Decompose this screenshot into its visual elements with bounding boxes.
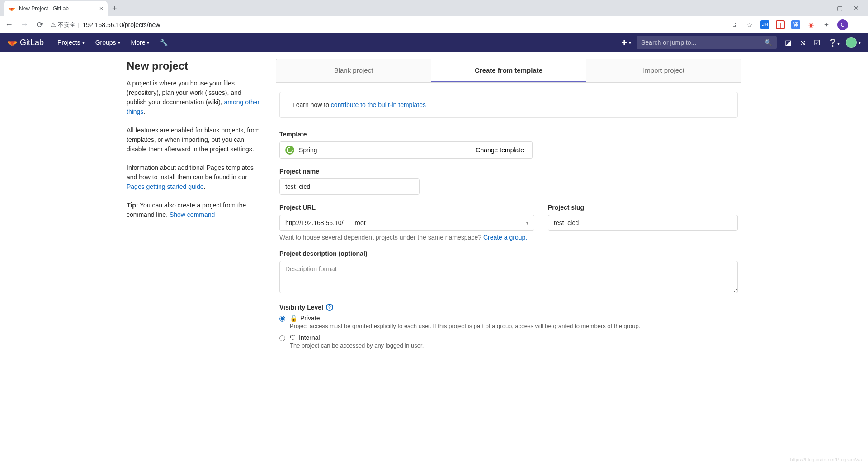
show-command-link[interactable]: Show command — [170, 211, 215, 218]
project-url-field: Project URL http://192.168.56.10/ root ▾ — [279, 204, 534, 231]
reload-button[interactable]: ⟳ — [35, 20, 44, 30]
description-label: Project description (optional) — [279, 250, 738, 257]
record-icon[interactable]: ◉ — [807, 20, 816, 29]
lock-icon: 🔒 — [290, 315, 297, 322]
back-button[interactable]: ← — [5, 20, 14, 29]
namespace-hint: Want to house several dependent projects… — [279, 234, 738, 241]
project-name-label: Project name — [279, 168, 738, 175]
main-panel: Blank project Create from template Impor… — [276, 59, 741, 358]
puzzle-icon[interactable]: ✦ — [822, 20, 831, 29]
nav-more[interactable]: More▾ — [126, 39, 155, 46]
menu-icon[interactable]: ⋮ — [854, 20, 863, 29]
warning-icon: ⚠ — [51, 21, 56, 28]
url-prefix: http://192.168.56.10/ — [279, 215, 349, 231]
translate-icon[interactable]: 🄶 — [730, 20, 739, 29]
nav-projects[interactable]: Projects▾ — [52, 39, 90, 46]
internal-radio[interactable] — [279, 335, 285, 341]
shield-extension-icon[interactable]: ◫ — [776, 20, 785, 29]
sidebar-tip: Tip: You can also create a project from … — [127, 201, 262, 220]
chevron-down-icon: ▾ — [118, 40, 120, 45]
project-url-label: Project URL — [279, 204, 534, 211]
tab-import-project[interactable]: Import project — [586, 59, 741, 82]
template-display: Spring — [279, 141, 467, 159]
window-controls: — ▢ ✕ — [820, 5, 868, 12]
project-slug-input[interactable] — [548, 215, 738, 231]
change-template-button[interactable]: Change template — [467, 141, 533, 159]
nav-admin[interactable]: 🔧 — [155, 39, 173, 46]
url-text: 192.168.56.10/projects/new — [82, 21, 160, 28]
close-icon[interactable]: × — [99, 5, 103, 12]
search-box[interactable]: 🔍 — [637, 36, 777, 49]
issues-icon[interactable]: ◪ — [785, 38, 792, 47]
page-content: New project A project is where you house… — [122, 52, 746, 365]
pages-guide-link[interactable]: Pages getting started guide — [127, 183, 203, 190]
search-input[interactable] — [641, 39, 764, 46]
description-field: Project description (optional) — [279, 250, 738, 295]
tab-blank-project[interactable]: Blank project — [276, 59, 431, 82]
chevron-down-icon: ▾ — [147, 40, 149, 45]
search-icon: 🔍 — [764, 39, 772, 46]
visibility-label: Visibility Level ? — [279, 304, 738, 311]
visibility-internal[interactable]: 🛡Internal The project can be accessed by… — [279, 334, 738, 349]
sidebar: New project A project is where you house… — [127, 59, 262, 358]
merge-requests-icon[interactable]: ⤨ — [800, 38, 806, 47]
contribute-templates-link[interactable]: contribute to the built-in templates — [331, 101, 426, 108]
info-box: Learn how to contribute to the built-in … — [279, 92, 738, 118]
todos-icon[interactable]: ☑ — [814, 38, 820, 47]
project-slug-label: Project slug — [548, 204, 738, 211]
project-slug-field: Project slug — [548, 204, 738, 231]
close-window-button[interactable]: ✕ — [854, 5, 859, 12]
nav-plus[interactable]: ✚▾ — [616, 39, 637, 46]
page-title: New project — [127, 60, 262, 72]
chevron-down-icon: ▾ — [82, 40, 85, 45]
gitlab-navbar: GitLab Projects▾ Groups▾ More▾ 🔧 ✚▾ 🔍 ◪ … — [0, 33, 868, 52]
form-area: Learn how to contribute to the built-in … — [276, 83, 741, 349]
user-avatar[interactable] — [846, 37, 857, 48]
spring-icon — [285, 146, 294, 155]
star-icon[interactable]: ☆ — [745, 20, 754, 29]
forward-button[interactable]: → — [20, 20, 29, 29]
gitlab-logo[interactable]: GitLab — [7, 38, 44, 47]
chevron-down-icon: ▾ — [629, 40, 631, 45]
sidebar-pages: Information about additional Pages templ… — [127, 163, 262, 192]
browser-tab[interactable]: New Project · GitLab × — [4, 1, 108, 16]
translate-extension-icon[interactable]: 译 — [791, 20, 800, 29]
sidebar-features: All features are enabled for blank proje… — [127, 126, 262, 154]
private-radio[interactable] — [279, 316, 285, 322]
help-icon[interactable]: ? — [326, 304, 333, 311]
shield-icon: 🛡 — [290, 334, 296, 341]
browser-chrome: New Project · GitLab × + — ▢ ✕ ← → ⟳ ⚠ 不… — [0, 0, 868, 33]
minimize-button[interactable]: — — [820, 5, 826, 12]
tab-title: New Project · GitLab — [19, 5, 96, 12]
template-label: Template — [279, 131, 738, 138]
address-bar: ← → ⟳ ⚠ 不安全 | 192.168.56.10/projects/new… — [0, 16, 868, 33]
gitlab-icon — [7, 38, 17, 47]
description-input[interactable] — [279, 261, 738, 293]
help-icon[interactable]: ❔▾ — [828, 38, 840, 47]
create-group-link[interactable]: Create a group. — [483, 234, 527, 241]
namespace-select[interactable]: root ▾ — [349, 215, 534, 231]
new-tab-button[interactable]: + — [112, 4, 117, 13]
chevron-down-icon[interactable]: ▾ — [859, 40, 861, 45]
tab-create-from-template[interactable]: Create from template — [431, 59, 586, 82]
extension-icons: 🄶 ☆ JH ◫ 译 ◉ ✦ C ⋮ — [730, 19, 863, 30]
visibility-private[interactable]: 🔒Private Project access must be granted … — [279, 315, 738, 329]
project-name-field: Project name — [279, 168, 738, 195]
url-field[interactable]: ⚠ 不安全 | 192.168.56.10/projects/new — [51, 21, 723, 29]
plus-icon: ✚ — [622, 39, 627, 46]
visibility-field: Visibility Level ? 🔒Private Project acce… — [279, 304, 738, 349]
wrench-icon: 🔧 — [160, 39, 168, 46]
project-name-input[interactable] — [279, 178, 420, 195]
gitlab-favicon — [8, 5, 15, 12]
security-warning: ⚠ 不安全 | — [51, 21, 79, 29]
maximize-button[interactable]: ▢ — [837, 5, 843, 12]
nav-groups[interactable]: Groups▾ — [90, 39, 126, 46]
tab-bar: New Project · GitLab × + — ▢ ✕ — [0, 0, 868, 16]
project-tabs: Blank project Create from template Impor… — [276, 59, 741, 83]
sidebar-intro: A project is where you house your files … — [127, 79, 262, 117]
template-field: Template Spring Change template — [279, 131, 738, 159]
chevron-down-icon: ▾ — [526, 221, 528, 225]
jh-extension-icon[interactable]: JH — [760, 20, 769, 29]
url-slug-row: Project URL http://192.168.56.10/ root ▾… — [279, 204, 738, 231]
profile-avatar[interactable]: C — [837, 19, 848, 30]
